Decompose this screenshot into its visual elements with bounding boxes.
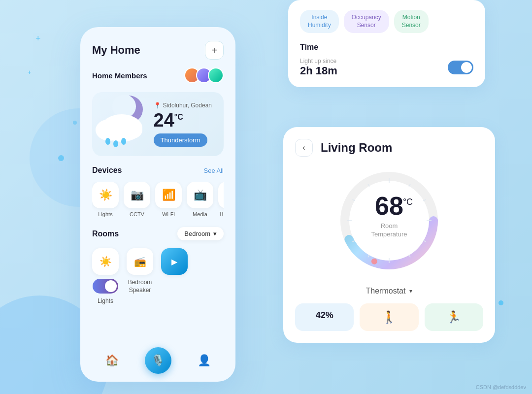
lights-icon: ☀️ [92, 182, 119, 208]
add-button[interactable]: + [205, 41, 224, 60]
room-selected-value: Bedroom [184, 230, 210, 237]
sensor-chip-motion[interactable]: MotionSensor [394, 10, 429, 33]
watermark: CSDN @defdsdddev [476, 384, 526, 390]
wifi-icon: 📶 [155, 182, 182, 208]
card-header: My Home + [92, 41, 224, 60]
temperature-display: 24°C [154, 111, 212, 130]
mic-nav-button[interactable]: 🎙️ [145, 347, 171, 374]
avatar-3 [208, 67, 224, 83]
thermostat-dropdown[interactable]: Thermostat ▾ [295, 287, 483, 296]
rooms-section-title: Rooms [92, 230, 119, 238]
lights-toggle-knob [105, 280, 117, 292]
svg-point-3 [96, 119, 123, 141]
sensor-card: InsideHumidity OccupancySensor MotionSen… [288, 0, 485, 87]
svg-text:Room: Room [381, 222, 398, 230]
sensor-chip-humidity[interactable]: InsideHumidity [300, 10, 339, 33]
thermostat-dropdown-arrow: ▾ [409, 288, 412, 295]
location-row: 📍 Sidoluhur, Godean [154, 102, 212, 109]
room-lights-label: Lights [98, 297, 113, 304]
room-device-extra[interactable]: ▶ [161, 248, 188, 275]
nav-bar: 🏠 🎙️ 👤 [80, 347, 235, 374]
members-label: Home Members [92, 71, 147, 80]
thermostat-device-name: Thermostat [366, 287, 406, 296]
devices-row: ☀️ Lights 📷 CCTV 📶 Wi-Fi 📺 Media 🌡️ Ther… [92, 182, 224, 217]
time-section-title: Time [300, 43, 473, 52]
room-speaker-label: BedroomSpeaker [128, 279, 152, 294]
room-lights-icon: ☀️ [92, 248, 119, 275]
lights-toggle[interactable] [93, 279, 118, 294]
weather-condition-badge: Thunderstorm [154, 133, 207, 147]
avatars-group [184, 67, 224, 83]
time-duration: 2h 18m [300, 65, 337, 77]
deco-plus-1: + [35, 33, 41, 44]
room-device-lights[interactable]: ☀️ Lights [92, 248, 119, 304]
room-device-speaker[interactable]: 📻 BedroomSpeaker [127, 248, 153, 294]
weather-widget: 📍 Sidoluhur, Godean 24°C Thunderstorm [92, 92, 224, 156]
time-info: Light up since 2h 18m [300, 58, 337, 77]
svg-text:Temperature: Temperature [371, 230, 407, 238]
devices-section-title: Devices [92, 166, 122, 175]
room-selector[interactable]: Bedroom ▾ [177, 227, 224, 240]
thermostat-label: Thermostat [219, 211, 224, 217]
devices-section-header: Devices See All [92, 166, 224, 175]
device-media[interactable]: 📺 Media [187, 182, 213, 217]
svg-point-6 [113, 140, 118, 147]
room-devices-list: ☀️ Lights 📻 BedroomSpeaker ▶ [92, 248, 224, 304]
device-cctv[interactable]: 📷 CCTV [124, 182, 150, 217]
wifi-label: Wi-Fi [162, 211, 175, 217]
see-all-link[interactable]: See All [204, 167, 224, 174]
thermostat-gauge-svg: 68 °C Room Temperature [335, 166, 443, 275]
room-speaker-icon: 📻 [127, 248, 153, 275]
occupancy-icon: 🚶 [382, 310, 397, 324]
profile-nav-icon[interactable]: 👤 [198, 354, 211, 367]
time-toggle[interactable] [448, 61, 473, 74]
rooms-section-header: Rooms Bedroom ▾ [92, 227, 224, 240]
motion-icon: 🏃 [446, 310, 461, 324]
members-row: Home Members [92, 67, 224, 83]
room-dropdown-arrow: ▾ [213, 230, 217, 237]
lr-title: Living Room [321, 141, 392, 155]
time-toggle-knob [461, 62, 472, 73]
cctv-label: CCTV [130, 211, 144, 217]
svg-point-5 [105, 138, 110, 145]
svg-point-4 [121, 121, 142, 139]
lr-header: ‹ Living Room [295, 139, 483, 157]
sensor-chips-row: InsideHumidity OccupancySensor MotionSen… [300, 10, 473, 33]
location-pin-icon: 📍 [154, 102, 161, 109]
location-text: Sidoluhur, Godean [163, 102, 212, 109]
cctv-icon: 📷 [124, 182, 150, 208]
sensor-card-occupancy[interactable]: 🚶 [360, 303, 418, 331]
lights-label: Lights [98, 211, 112, 217]
weather-info: 📍 Sidoluhur, Godean 24°C Thunderstorm [154, 102, 216, 147]
svg-text:68: 68 [375, 192, 403, 220]
room-extra-icon: ▶ [161, 248, 188, 275]
svg-point-7 [121, 138, 126, 145]
home-nav-icon[interactable]: 🏠 [105, 354, 119, 367]
thermostat-gauge-container: 68 °C Room Temperature [295, 166, 483, 275]
device-wifi[interactable]: 📶 Wi-Fi [155, 182, 182, 217]
sensor-card-humidity[interactable]: 42% [295, 303, 354, 331]
media-icon: 📺 [187, 182, 213, 208]
time-row: Light up since 2h 18m [300, 58, 473, 77]
deco-dot-3 [499, 300, 503, 305]
sensor-chip-occupancy[interactable]: OccupancySensor [344, 10, 389, 33]
device-thermostat[interactable]: 🌡️ Thermostat [218, 182, 224, 217]
device-lights[interactable]: ☀️ Lights [92, 182, 119, 217]
bottom-sensors-row: 42% 🚶 🏃 [295, 303, 483, 331]
page-title: My Home [92, 44, 140, 57]
thermostat-icon: 🌡️ [218, 182, 224, 208]
humidity-value: 42% [316, 310, 333, 321]
back-button[interactable]: ‹ [295, 139, 313, 157]
weather-cloud-icon [92, 95, 151, 149]
media-label: Media [193, 211, 207, 217]
living-room-card: ‹ Living Room [283, 127, 495, 343]
deco-plus-2: + [28, 69, 31, 76]
svg-text:°C: °C [403, 197, 413, 207]
sensor-card-motion[interactable]: 🏃 [425, 303, 483, 331]
left-phone-card: My Home + Home Members [80, 27, 235, 382]
light-up-label: Light up since [300, 58, 337, 65]
